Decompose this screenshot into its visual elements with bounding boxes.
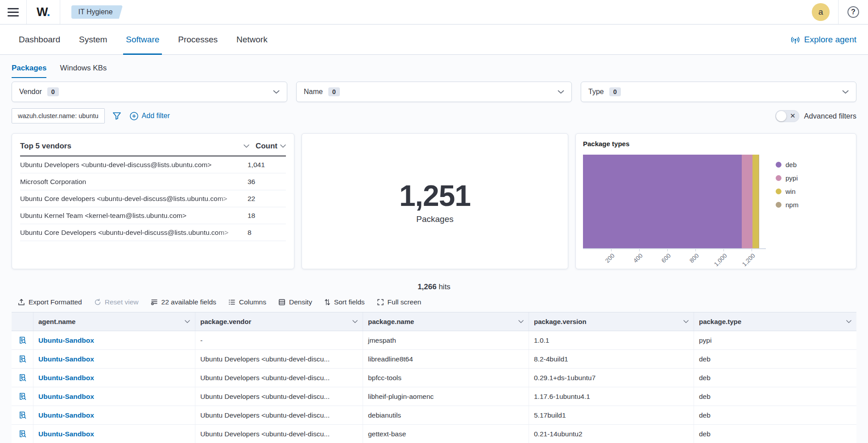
package-vendor-cell: Ubuntu Developers <ubuntu-devel-discu... [195,350,363,368]
advanced-filters-toggle[interactable]: ✕ [775,110,799,122]
vendor-row: Microsoft Corporation 36 [20,173,286,190]
package-name-cell: gettext-base [363,425,529,443]
inspect-document-icon [18,336,27,345]
subtab-packages[interactable]: Packages [12,64,46,78]
breadcrumb[interactable]: IT Hygiene [71,5,117,19]
agent-name-link[interactable]: Ubuntu-Sandbox [38,355,94,363]
vendor-row: Ubuntu Core Developers <ubuntu-devel-dis… [20,224,286,241]
name-select[interactable]: Name 0 [296,82,572,102]
agent-name-link[interactable]: Ubuntu-Sandbox [38,430,94,438]
type-select[interactable]: Type 0 [581,82,856,102]
column-header-package-version[interactable]: package.version [529,312,694,331]
bar-segment-win [752,155,759,248]
agent-name-link[interactable]: Ubuntu-Sandbox [38,411,94,419]
package-name-cell: libheif-plugin-aomenc [363,387,529,406]
agent-name-link[interactable]: Ubuntu-Sandbox [38,336,94,345]
vendor-name: Ubuntu Developers <ubuntu-devel-discuss@… [20,161,244,169]
refresh-icon [94,299,101,306]
column-header-package-vendor[interactable]: package.vendor [195,312,363,331]
tab-system[interactable]: System [79,25,107,54]
name-count-badge: 0 [328,87,340,96]
sort-chevron-icon[interactable] [244,144,249,148]
chevron-down-icon [273,90,280,94]
chevron-down-icon [842,90,849,94]
sort-fields-button[interactable]: Sort fields [324,298,365,306]
type-count-badge: 0 [609,87,621,96]
avatar[interactable]: a [812,3,830,21]
legend-item-deb[interactable]: deb [776,161,798,168]
breadcrumb-section: IT Hygiene [60,0,126,24]
vendor-count: 36 [248,178,255,186]
package-name-cell: libreadline8t64 [363,350,529,368]
inspect-document-button[interactable] [18,336,27,345]
bar-segment-npm [759,155,759,248]
columns-icon [228,299,236,306]
vendor-row: Ubuntu Developers <ubuntu-devel-discuss@… [20,156,286,173]
legend-item-win[interactable]: win [776,188,798,195]
package-vendor-cell: Ubuntu Developers <ubuntu-devel-discu... [195,406,363,424]
legend-dot [776,162,781,168]
legend-item-npm[interactable]: npm [776,201,798,209]
filter-bar: wazuh.cluster.name: ubuntu Add filter ✕ … [12,108,856,124]
table-row: Ubuntu-Sandbox - jmespath 1.0.1 pypi [12,331,856,350]
package-vendor-cell: Ubuntu Developers <ubuntu-devel-discu... [195,369,363,387]
package-version-cell: 5.17build1 [529,406,694,424]
vendor-select[interactable]: Vendor 0 [12,82,287,102]
table-row: Ubuntu-Sandbox Ubuntu Developers <ubuntu… [12,350,856,369]
chevron-down-icon [185,320,190,323]
density-icon [278,299,285,306]
chevron-down-icon [846,320,851,323]
tab-processes[interactable]: Processes [178,25,218,54]
wazuh-logo[interactable]: W. [37,5,50,19]
tab-dashboard[interactable]: Dashboard [19,25,60,54]
inspect-document-button[interactable] [18,392,27,401]
tab-network[interactable]: Network [236,25,268,54]
inspect-document-icon [18,355,27,363]
density-button[interactable]: Density [278,298,312,306]
export-icon [18,299,25,306]
column-header-agent-name[interactable]: agent.name [33,312,195,331]
table-header-row: agent.name package.vendor package.name p… [12,312,856,331]
table-row: Ubuntu-Sandbox Ubuntu Developers <ubuntu… [12,406,856,425]
sort-chevron-icon[interactable] [280,144,286,148]
vendor-name: Ubuntu Core developers <ubuntu-devel-dis… [20,195,244,203]
explore-agent-button[interactable]: Explore agent [790,35,856,45]
inspect-document-button[interactable] [18,373,27,382]
package-type-cell: deb [694,425,856,443]
page: W. IT Hygiene a ? Dashboard System Softw… [0,0,868,443]
axis-tick-label: 800 [674,252,700,279]
help-icon[interactable]: ? [847,6,859,18]
agent-name-link[interactable]: Ubuntu-Sandbox [38,374,94,382]
menu-icon[interactable] [8,8,19,16]
axis-tick-mark [752,249,752,251]
cluster-filter-pill[interactable]: wazuh.cluster.name: ubuntu [12,108,105,123]
axis-tick-label: 1,000 [702,252,728,279]
chart-title: Package types [583,140,849,148]
package-vendor-cell: Ubuntu Developers <ubuntu-devel-discu... [195,425,363,443]
total-packages-panel: 1,251 Packages [302,133,568,269]
full-screen-button[interactable]: Full screen [377,298,422,306]
column-header-package-name[interactable]: package.name [363,312,529,331]
inspect-document-icon [18,411,27,419]
subtab-windows-kbs[interactable]: Windows KBs [60,64,107,78]
filter-selects: Vendor 0 Name 0 Type 0 [12,82,856,102]
filter-funnel-button[interactable] [112,111,121,120]
available-fields-button[interactable]: 22 available fields [151,298,216,306]
reset-view-button[interactable]: Reset view [94,298,139,306]
agent-name-link[interactable]: Ubuntu-Sandbox [38,393,94,401]
columns-button[interactable]: Columns [228,298,266,306]
fields-icon [151,299,158,306]
inspect-document-button[interactable] [18,430,27,438]
legend-label: deb [785,161,797,168]
inspect-document-button[interactable] [18,355,27,363]
inspect-document-button[interactable] [18,411,27,419]
toggle-off-icon: ✕ [790,112,796,120]
add-filter-button[interactable]: Add filter [130,112,170,120]
name-select-label: Name [304,88,323,96]
tab-software[interactable]: Software [126,25,159,54]
legend-item-pypi[interactable]: pypi [776,174,798,182]
export-formatted-button[interactable]: Export Formatted [18,298,82,306]
count-column-header[interactable]: Count [256,142,277,151]
column-header-package-type[interactable]: package.type [694,312,856,331]
axis-tick-mark [695,249,696,251]
